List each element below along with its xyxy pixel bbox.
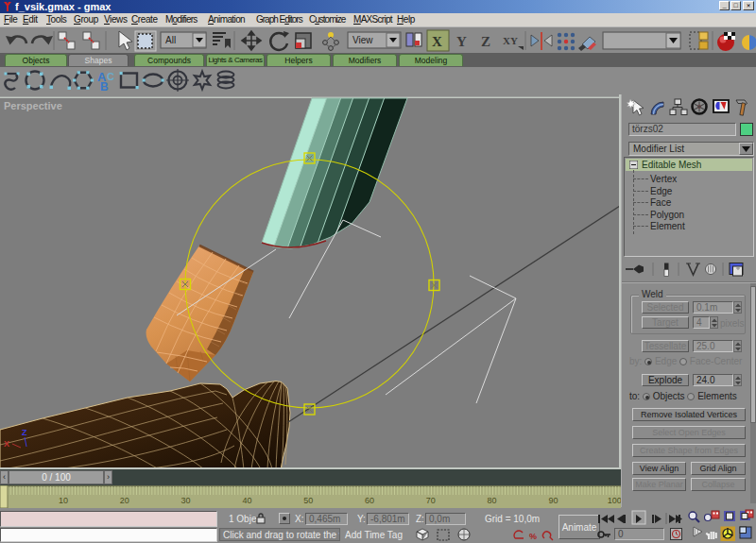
- svg-text:Z: Z: [22, 428, 27, 437]
- svg-text:30: 30: [181, 496, 191, 505]
- svg-text:40: 40: [242, 496, 251, 505]
- svg-text:90: 90: [548, 496, 558, 505]
- svg-text:60: 60: [365, 496, 374, 505]
- svg-text:X: X: [4, 439, 9, 449]
- svg-text:20: 20: [120, 496, 129, 505]
- svg-text:View: View: [352, 35, 373, 45]
- svg-text:XY: XY: [503, 35, 518, 46]
- svg-text:100: 100: [608, 496, 621, 505]
- svg-text:80: 80: [488, 496, 497, 505]
- svg-text:10: 10: [59, 496, 68, 505]
- svg-text:50: 50: [303, 496, 313, 505]
- svg-text:B: B: [100, 80, 109, 93]
- svg-text:70: 70: [426, 496, 436, 505]
- svg-text:X: X: [432, 34, 442, 49]
- svg-text:Y: Y: [456, 34, 467, 49]
- svg-text:%: %: [529, 532, 537, 541]
- svg-text:All: All: [165, 35, 176, 45]
- svg-text:Z: Z: [481, 34, 490, 49]
